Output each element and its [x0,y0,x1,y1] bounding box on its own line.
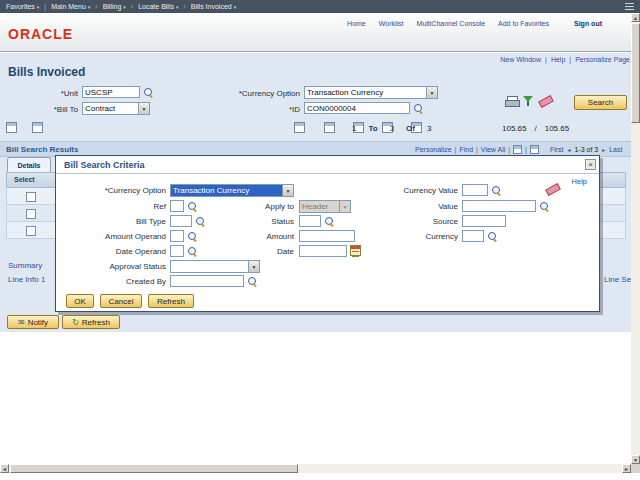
grid-tool-icon[interactable] [32,122,43,133]
help-link[interactable]: Help [551,56,565,63]
date-operand-input[interactable] [170,245,184,257]
calendar-icon[interactable] [350,245,361,256]
zoom-icon[interactable] [513,145,522,154]
select-column-header: Select [14,176,35,183]
add-to-favorites-link[interactable]: Add to Favorites [498,20,549,27]
view-all-link[interactable]: View All [481,146,505,153]
chevron-down-icon[interactable]: ▼ [248,261,259,272]
ref-lookup-icon[interactable] [187,201,198,212]
chevron-down-icon[interactable]: ▼ [426,87,437,98]
id-lookup-icon[interactable] [413,103,424,114]
breadcrumb-separator: › [184,3,186,10]
breadcrumb-item-bills-invoiced[interactable]: Bills Invoiced ▾ [191,3,236,10]
clear-criteria-icon[interactable] [546,182,560,194]
date-operand-lookup-icon[interactable] [187,246,198,257]
sign-out-link[interactable]: Sign out [574,20,602,27]
scroll-left-icon[interactable]: ◄ [0,464,9,473]
tab-details[interactable]: Details [7,157,51,172]
date-input[interactable] [299,245,347,257]
breadcrumb-item-billing[interactable]: Billing ▾ [103,3,126,10]
chevron-down-icon: ▾ [123,4,126,10]
line-info-link[interactable]: Line Info 1 [8,275,45,284]
created-by-input[interactable] [170,275,244,287]
pager-first-link[interactable]: First [550,146,564,153]
bill-to-label: *Bill To [18,105,78,114]
chevron-down-icon[interactable]: ▼ [138,103,149,114]
unit-lookup-icon[interactable] [143,87,154,98]
value-input[interactable] [462,200,536,212]
eraser-icon[interactable] [539,94,553,106]
vertical-scrollbar[interactable]: ▲ ▼ [631,13,640,464]
worklist-link[interactable]: Worklist [379,20,404,27]
breadcrumb-label: Bills Invoiced [191,3,232,10]
bill-type-lookup-icon[interactable] [195,216,206,227]
funnel-icon[interactable] [523,95,534,107]
row-checkbox[interactable] [26,192,36,202]
value-lookup-icon[interactable] [539,201,550,212]
unit-input[interactable] [82,86,140,98]
pager-next-icon[interactable]: ► [601,147,606,153]
summary-link[interactable]: Summary [8,261,42,270]
row-checkbox[interactable] [26,209,36,219]
pager-last-link[interactable]: Last [609,146,622,153]
printer-icon[interactable] [505,96,518,107]
currency-input[interactable] [462,230,484,242]
status-input[interactable] [299,215,321,227]
amount-operand-lookup-icon[interactable] [187,231,198,242]
nav-menu-icon[interactable] [625,3,634,10]
grid-action-icon[interactable] [294,122,305,133]
breadcrumb-separator: › [95,3,97,10]
breadcrumb-item-favorites[interactable]: Favorites ▾ [6,3,39,10]
notify-label: Notify [28,318,48,327]
bill-to-select[interactable]: Contract ▼ [82,102,150,115]
created-by-lookup-icon[interactable] [247,276,258,287]
find-link[interactable]: Find [459,146,473,153]
refresh-button[interactable]: ↻ Refresh [62,315,120,329]
bill-search-criteria-dialog: Bill Search Criteria × Help *Currency Op… [55,155,600,312]
cancel-button[interactable]: Cancel [100,294,142,308]
id-input[interactable] [304,102,410,114]
dialog-refresh-button[interactable]: Refresh [148,294,194,308]
close-icon[interactable]: × [585,159,596,170]
personalize-page-link[interactable]: Personalize Page [575,56,630,63]
horizontal-scrollbar[interactable]: ◄ ► [0,464,631,473]
currency-value-input[interactable] [462,184,488,196]
dialog-currency-option-select[interactable]: Transaction Currency ▼ [170,184,294,197]
ref-input[interactable] [170,200,184,212]
multichannel-console-link[interactable]: MultiChannel Console [417,20,485,27]
pager-prev-icon[interactable]: ◄ [567,147,572,153]
status-lookup-icon[interactable] [324,216,335,227]
currency-option-select[interactable]: Transaction Currency ▼ [304,86,438,99]
id-label: *ID [195,105,300,114]
amount-label: Amount [206,232,294,241]
new-window-link[interactable]: New Window [500,56,541,63]
row-checkbox[interactable] [26,226,36,236]
scroll-right-icon[interactable]: ► [622,464,631,473]
horizontal-scroll-thumb[interactable] [10,464,298,473]
breadcrumb-item-locate-bills[interactable]: Locate Bills ▾ [138,3,178,10]
ok-button[interactable]: OK [66,294,94,308]
amount-summary: 105.65 / 105.65 [502,124,569,133]
home-link[interactable]: Home [347,20,366,27]
dialog-help-link[interactable]: Help [572,177,587,186]
scroll-up-icon[interactable]: ▲ [631,13,640,22]
notify-button[interactable]: ✉ Notify [7,315,59,329]
currency-lookup-icon[interactable] [487,231,498,242]
chevron-down-icon: ▾ [176,4,179,10]
currency-value-lookup-icon[interactable] [491,185,502,196]
amount-operand-input[interactable] [170,230,184,242]
source-input[interactable] [462,215,506,227]
approval-status-select[interactable]: ▼ [170,260,260,273]
chevron-down-icon[interactable]: ▼ [282,185,293,196]
amount-input[interactable] [299,230,355,242]
header-bar [0,13,640,52]
breadcrumb-item-main-menu[interactable]: Main Menu ▾ [51,3,90,10]
grid-tool-icon[interactable] [6,122,17,133]
search-button[interactable]: Search [574,95,627,110]
scroll-down-icon[interactable]: ▼ [631,455,640,464]
grid-action-icon[interactable] [324,122,335,133]
personalize-link[interactable]: Personalize [415,146,452,153]
bill-type-input[interactable] [170,215,192,227]
download-icon[interactable] [530,145,539,154]
vertical-scroll-thumb[interactable] [631,23,640,123]
